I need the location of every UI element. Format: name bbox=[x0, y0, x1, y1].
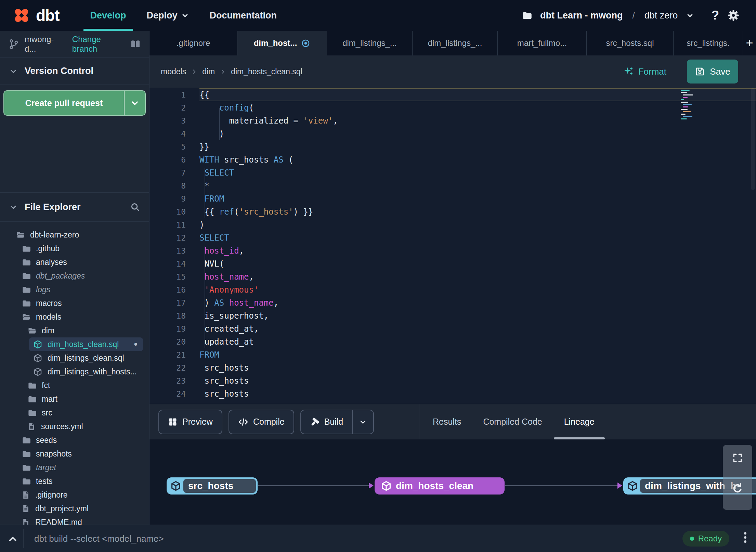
code-line-17[interactable]: 17 ) AS host_name, bbox=[149, 296, 756, 309]
tree-item-dbt-learn-zero[interactable]: dbt-learn-zero bbox=[0, 228, 149, 242]
file-explorer-chevron-down-icon bbox=[9, 203, 18, 211]
search-icon[interactable] bbox=[130, 202, 140, 212]
tree-item-dim-hosts-clean-sql[interactable]: dim_hosts_clean.sql• bbox=[29, 337, 143, 351]
lineage-node-dim-hosts-clean[interactable]: dim_hosts_clean bbox=[375, 477, 505, 495]
minimap[interactable] bbox=[679, 89, 699, 123]
compile-button[interactable]: Compile bbox=[229, 410, 294, 434]
tab-label: src_listings. bbox=[687, 38, 729, 48]
panel-tab-compiled-code[interactable]: Compiled Code bbox=[483, 404, 542, 439]
editor-scrollbar[interactable] bbox=[751, 88, 755, 190]
nav-item-documentation[interactable]: Documentation bbox=[199, 0, 287, 31]
breadcrumb-item[interactable]: dim_hosts_clean.sql bbox=[231, 67, 302, 76]
code-line-5[interactable]: 5}} bbox=[149, 140, 756, 153]
code-line-18[interactable]: 18 is_superhost, bbox=[149, 309, 756, 322]
tab-dim-listings[interactable]: dim_listings_... bbox=[327, 31, 413, 55]
tree-item-macros[interactable]: macros bbox=[0, 296, 149, 310]
code-line-20[interactable]: 20 updated_at bbox=[149, 335, 756, 348]
tree-item-github[interactable]: .github bbox=[0, 242, 149, 255]
button-label: Build bbox=[324, 417, 343, 427]
tree-item-dim-listings-clean-sql[interactable]: dim_listings_clean.sql bbox=[0, 351, 149, 365]
new-tab-button[interactable]: + bbox=[743, 31, 756, 55]
tree-item-seeds[interactable]: seeds bbox=[0, 433, 149, 447]
tree-item-snapshots[interactable]: snapshots bbox=[0, 447, 149, 461]
tab-dim-listings[interactable]: dim_listings_... bbox=[413, 31, 498, 55]
dbt-logo[interactable]: dbt bbox=[12, 6, 60, 25]
code-line-9[interactable]: 9 FROM bbox=[149, 192, 756, 205]
code-line-3[interactable]: 3 materialized = 'view', bbox=[149, 114, 756, 127]
breadcrumb-item[interactable]: dim bbox=[202, 67, 215, 76]
tree-item-analyses[interactable]: analyses bbox=[0, 255, 149, 269]
tree-item-target[interactable]: target bbox=[0, 461, 149, 474]
environment-name[interactable]: dbt zero bbox=[644, 10, 678, 21]
command-input[interactable]: dbt build --select <model_name> bbox=[34, 525, 164, 552]
code-line-12[interactable]: 12SELECT bbox=[149, 231, 756, 244]
code-line-13[interactable]: 13 host_id, bbox=[149, 244, 756, 257]
tree-item-gitignore[interactable]: .gitignore bbox=[0, 488, 149, 502]
kebab-menu-icon[interactable] bbox=[744, 532, 746, 543]
build-button[interactable]: Build bbox=[300, 410, 374, 434]
tree-item-dbt-project-yml[interactable]: dbt_project.yml bbox=[0, 502, 149, 515]
help-icon[interactable]: ? bbox=[711, 8, 719, 23]
tree-item-dim-listings-with-hosts[interactable]: dim_listings_with_hosts... bbox=[0, 365, 149, 378]
tree-item-src[interactable]: src bbox=[0, 406, 149, 420]
version-control-chevron-down-icon bbox=[9, 67, 18, 76]
pull-request-chevron-down-icon[interactable] bbox=[124, 91, 145, 115]
code-line-2[interactable]: 2 config( bbox=[149, 101, 756, 114]
tab-dim-host[interactable]: dim_host... bbox=[237, 31, 327, 55]
code-line-14[interactable]: 14 NVL( bbox=[149, 257, 756, 270]
code-line-16[interactable]: 16 'Anonymous' bbox=[149, 283, 756, 296]
code-editor[interactable]: 1{{2 config(3 materialized = 'view',4 )5… bbox=[149, 88, 756, 404]
tree-item-sources-yml[interactable]: sources.yml bbox=[0, 420, 149, 433]
chevron-up-icon[interactable] bbox=[7, 533, 18, 545]
tree-item-logs[interactable]: logs bbox=[0, 283, 149, 296]
fullscreen-icon[interactable] bbox=[732, 452, 743, 463]
tree-item-mart[interactable]: mart bbox=[0, 392, 149, 406]
tab-src-hosts-sql[interactable]: src_hosts.sql bbox=[587, 31, 674, 55]
breadcrumb-item[interactable]: models bbox=[161, 67, 186, 76]
code-line-19[interactable]: 19 created_at, bbox=[149, 322, 756, 335]
nav-item-deploy[interactable]: Deploy bbox=[136, 0, 199, 31]
lineage-node-src-hosts[interactable]: src_hosts bbox=[167, 477, 258, 495]
create-pull-request-button[interactable]: Create pull request bbox=[3, 90, 146, 116]
docs-book-icon[interactable] bbox=[130, 39, 141, 50]
tree-item-dim[interactable]: dim bbox=[0, 324, 149, 337]
file-explorer-header[interactable]: File Explorer bbox=[0, 192, 149, 222]
code-line-24[interactable]: 24 src_hosts bbox=[149, 387, 756, 400]
code-line-23[interactable]: 23 src_hosts bbox=[149, 374, 756, 387]
project-name[interactable]: dbt Learn - mwong bbox=[540, 10, 623, 21]
code-line-15[interactable]: 15 host_name, bbox=[149, 270, 756, 283]
line-number: 10 bbox=[149, 205, 199, 218]
tree-item-models[interactable]: models bbox=[0, 310, 149, 324]
tab-gitignore[interactable]: .gitignore bbox=[149, 31, 237, 55]
tree-item-tests[interactable]: tests bbox=[0, 474, 149, 488]
gear-icon[interactable] bbox=[727, 9, 740, 22]
nav-item-develop[interactable]: Develop bbox=[80, 0, 136, 31]
format-button[interactable]: Format bbox=[623, 66, 666, 77]
build-chevron-down-icon[interactable] bbox=[352, 410, 373, 434]
code-line-21[interactable]: 21FROM bbox=[149, 348, 756, 361]
code-line-22[interactable]: 22 src_hosts bbox=[149, 361, 756, 374]
code-line-7[interactable]: 7 SELECT bbox=[149, 166, 756, 179]
tree-item-dbt-packages[interactable]: dbt_packages bbox=[0, 269, 149, 283]
refresh-icon[interactable] bbox=[731, 483, 744, 495]
save-button[interactable]: Save bbox=[687, 60, 738, 84]
environment-chevron-down-icon[interactable] bbox=[686, 11, 694, 20]
panel-tab-lineage[interactable]: Lineage bbox=[564, 404, 595, 439]
tree-item-fct[interactable]: fct bbox=[0, 378, 149, 392]
preview-button[interactable]: Preview bbox=[158, 410, 222, 434]
tab-mart-fullmo[interactable]: mart_fullmo... bbox=[498, 31, 587, 55]
panel-tab-results[interactable]: Results bbox=[433, 404, 461, 439]
code-text: SELECT bbox=[199, 166, 756, 179]
folder-icon bbox=[27, 381, 37, 390]
tab-src-listings[interactable]: src_listings. bbox=[674, 31, 743, 55]
code-line-10[interactable]: 10 {{ ref('src_hosts') }} bbox=[149, 205, 756, 218]
code-line-8[interactable]: 8 * bbox=[149, 179, 756, 192]
code-line-11[interactable]: 11) bbox=[149, 218, 756, 231]
tree-item-readme-md[interactable]: README.md bbox=[0, 515, 149, 525]
code-line-4[interactable]: 4 ) bbox=[149, 127, 756, 140]
version-control-header[interactable]: Version Control bbox=[0, 57, 149, 85]
code-line-1[interactable]: 1{{ bbox=[149, 88, 756, 101]
lineage-canvas[interactable]: src_hostsdim_hosts_cleandim_listings_wit… bbox=[149, 439, 756, 525]
code-line-6[interactable]: 6WITH src_hosts AS ( bbox=[149, 153, 756, 166]
change-branch-link[interactable]: Change branch bbox=[72, 35, 125, 54]
